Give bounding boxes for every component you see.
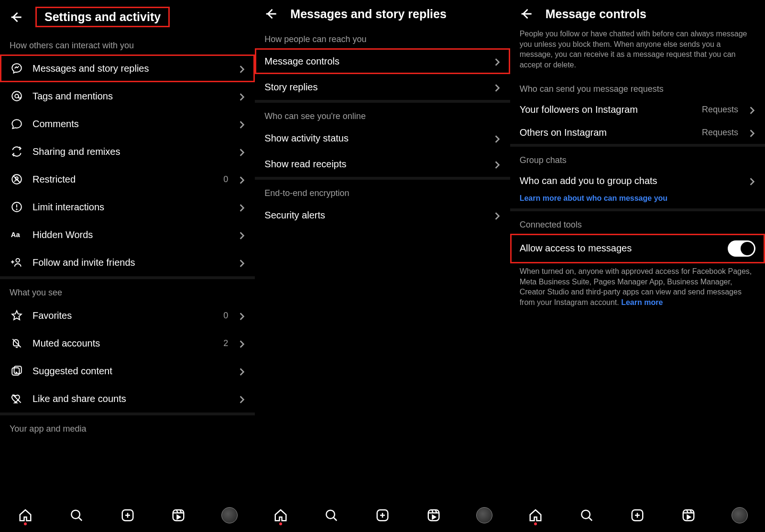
chevron-right-icon: [239, 340, 245, 347]
chevron-right-icon: [239, 395, 245, 402]
learn-more-link[interactable]: Learn more: [621, 298, 663, 306]
nav-reels-icon[interactable]: [426, 507, 442, 523]
svg-point-7: [16, 259, 20, 262]
section-label: Who can see you're online: [255, 103, 510, 125]
row-read-receipts[interactable]: Show read receipts: [255, 151, 510, 177]
row-label: Message controls: [264, 56, 485, 67]
row-follow-invite[interactable]: Follow and invite friends: [0, 249, 255, 276]
chevron-right-icon: [494, 135, 501, 141]
heart-off-icon: [10, 391, 24, 406]
row-value: 2: [223, 338, 230, 348]
svg-point-1: [15, 94, 19, 98]
toggle-on[interactable]: [728, 240, 755, 257]
row-favorites[interactable]: Favorites 0: [0, 302, 255, 329]
at-icon: [10, 89, 24, 103]
row-restricted[interactable]: Restricted 0: [0, 165, 255, 193]
back-arrow-icon[interactable]: [9, 10, 23, 24]
bell-off-icon: [10, 336, 24, 350]
row-label: Show read receipts: [264, 159, 485, 170]
notification-dot: [534, 522, 537, 525]
learn-more-link[interactable]: Learn more about who can message you: [520, 194, 667, 202]
row-allow-access-messages[interactable]: Allow access to messages: [510, 234, 765, 263]
nav-profile-icon[interactable]: [476, 507, 492, 523]
nav-create-icon[interactable]: [629, 507, 645, 523]
bottom-nav: [510, 502, 765, 528]
section-label: How others can interact with you: [0, 32, 255, 54]
header: Message controls: [510, 0, 765, 26]
row-like-share-counts[interactable]: Like and share counts: [0, 385, 255, 413]
row-label: Tags and mentions: [33, 91, 230, 102]
back-arrow-icon[interactable]: [263, 7, 278, 21]
row-value: Requests: [702, 105, 740, 115]
section-label: Group chats: [510, 147, 765, 169]
row-limit-interactions[interactable]: Limit interactions: [0, 193, 255, 221]
nav-profile-icon[interactable]: [732, 507, 748, 523]
row-muted[interactable]: Muted accounts 2: [0, 329, 255, 357]
row-label: Your followers on Instagram: [520, 104, 693, 115]
row-label: Hidden Words: [33, 229, 230, 240]
nav-search-icon[interactable]: [579, 507, 595, 523]
section-label: Who can send you message requests: [510, 75, 765, 98]
row-value: 0: [223, 311, 230, 321]
svg-point-10: [71, 510, 80, 519]
chevron-right-icon: [239, 176, 245, 183]
section-label: What you see: [0, 279, 255, 302]
nav-home-icon[interactable]: [273, 507, 289, 523]
nav-create-icon[interactable]: [120, 507, 136, 523]
nav-search-icon[interactable]: [68, 507, 85, 523]
suggested-icon: [10, 364, 24, 378]
chevron-right-icon: [494, 161, 501, 167]
row-label: Who can add you to group chats: [520, 175, 740, 186]
chevron-right-icon: [239, 312, 245, 319]
back-arrow-icon[interactable]: [519, 7, 533, 21]
chevron-right-icon: [239, 368, 245, 374]
nav-home-icon[interactable]: [17, 507, 33, 523]
row-activity-status[interactable]: Show activity status: [255, 125, 510, 151]
row-label: Sharing and remixes: [33, 146, 230, 157]
svg-point-3: [15, 177, 18, 179]
svg-point-16: [581, 510, 590, 519]
nav-reels-icon[interactable]: [680, 507, 697, 523]
row-sharing-remixes[interactable]: Sharing and remixes: [0, 138, 255, 165]
row-followers-requests[interactable]: Your followers on Instagram Requests: [510, 98, 765, 121]
nav-reels-icon[interactable]: [170, 507, 186, 523]
notification-dot: [279, 522, 282, 525]
row-security-alerts[interactable]: Security alerts: [255, 202, 510, 228]
chevron-right-icon: [749, 177, 755, 184]
row-label: Suggested content: [33, 366, 230, 377]
row-hidden-words[interactable]: Aa Hidden Words: [0, 221, 255, 249]
nav-home-icon[interactable]: [527, 507, 544, 523]
row-messages-story-replies[interactable]: Messages and story replies: [0, 54, 255, 82]
nav-search-icon[interactable]: [323, 507, 339, 523]
alert-icon: [10, 200, 24, 214]
row-label: Like and share counts: [33, 393, 230, 404]
bottom-nav: [0, 502, 255, 528]
section-label: Connected tools: [510, 211, 765, 234]
chevron-right-icon: [239, 65, 245, 72]
comment-icon: [10, 117, 24, 131]
svg-point-0: [12, 91, 22, 101]
row-label: Limit interactions: [33, 202, 230, 213]
remix-icon: [10, 144, 24, 159]
nav-create-icon[interactable]: [374, 507, 391, 523]
row-story-replies[interactable]: Story replies: [255, 74, 510, 100]
chevron-right-icon: [239, 120, 245, 127]
messages-story-panel: Messages and story replies How people ca…: [255, 0, 510, 532]
svg-text:Aa: Aa: [11, 231, 21, 239]
svg-point-5: [16, 209, 17, 209]
row-comments[interactable]: Comments: [0, 110, 255, 138]
row-others-requests[interactable]: Others on Instagram Requests: [510, 121, 765, 144]
row-label: Follow and invite friends: [33, 257, 230, 268]
row-label: Story replies: [264, 82, 485, 93]
row-label: Messages and story replies: [33, 63, 230, 74]
row-suggested-content[interactable]: Suggested content: [0, 357, 255, 385]
row-tags-mentions[interactable]: Tags and mentions: [0, 82, 255, 110]
row-message-controls[interactable]: Message controls: [255, 48, 510, 74]
nav-profile-icon[interactable]: [221, 507, 238, 523]
star-icon: [10, 308, 24, 323]
add-friend-icon: [10, 255, 24, 270]
chevron-right-icon: [494, 58, 501, 65]
restricted-icon: [10, 172, 24, 186]
row-group-chats[interactable]: Who can add you to group chats: [510, 169, 765, 192]
section-label: Your app and media: [0, 415, 255, 438]
